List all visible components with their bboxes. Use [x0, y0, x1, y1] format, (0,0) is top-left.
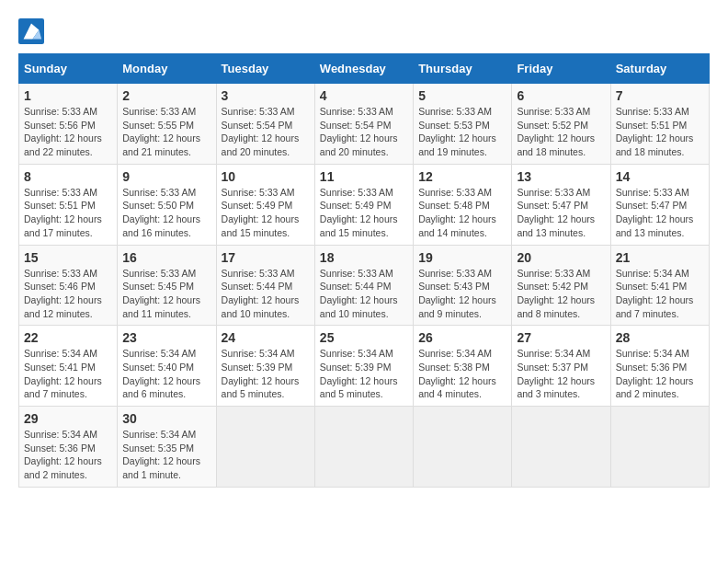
day-detail: Sunrise: 5:34 AM Sunset: 5:39 PM Dayligh… [320, 347, 408, 401]
day-detail: Sunrise: 5:34 AM Sunset: 5:36 PM Dayligh… [24, 428, 112, 482]
day-detail: Sunrise: 5:33 AM Sunset: 5:47 PM Dayligh… [616, 186, 704, 240]
weekday-header-row: SundayMondayTuesdayWednesdayThursdayFrid… [19, 54, 710, 84]
day-number: 23 [122, 330, 210, 345]
calendar-row: 15Sunrise: 5:33 AM Sunset: 5:46 PM Dayli… [19, 245, 710, 326]
day-detail: Sunrise: 5:33 AM Sunset: 5:49 PM Dayligh… [320, 186, 408, 240]
day-number: 26 [418, 330, 506, 345]
weekday-header: Wednesday [314, 54, 413, 84]
day-detail: Sunrise: 5:33 AM Sunset: 5:50 PM Dayligh… [122, 186, 210, 240]
day-number: 13 [517, 169, 605, 184]
day-detail: Sunrise: 5:33 AM Sunset: 5:47 PM Dayligh… [517, 186, 605, 240]
weekday-header: Thursday [414, 54, 512, 84]
day-detail: Sunrise: 5:34 AM Sunset: 5:40 PM Dayligh… [122, 347, 210, 401]
empty-cell [216, 407, 314, 488]
day-detail: Sunrise: 5:33 AM Sunset: 5:54 PM Dayligh… [320, 105, 408, 159]
calendar-day: 3Sunrise: 5:33 AM Sunset: 5:54 PM Daylig… [216, 84, 314, 165]
day-number: 9 [122, 169, 210, 184]
day-detail: Sunrise: 5:33 AM Sunset: 5:46 PM Dayligh… [24, 267, 112, 321]
day-number: 24 [222, 330, 310, 345]
calendar-row: 29Sunrise: 5:34 AM Sunset: 5:36 PM Dayli… [19, 407, 710, 488]
day-detail: Sunrise: 5:33 AM Sunset: 5:44 PM Dayligh… [222, 267, 310, 321]
day-number: 4 [320, 88, 408, 103]
day-detail: Sunrise: 5:33 AM Sunset: 5:48 PM Dayligh… [418, 186, 506, 240]
logo [18, 18, 46, 44]
day-detail: Sunrise: 5:33 AM Sunset: 5:51 PM Dayligh… [24, 186, 112, 240]
calendar-day: 28Sunrise: 5:34 AM Sunset: 5:36 PM Dayli… [610, 326, 709, 407]
calendar-day: 21Sunrise: 5:34 AM Sunset: 5:41 PM Dayli… [610, 245, 709, 326]
day-number: 3 [222, 88, 310, 103]
weekday-header: Friday [512, 54, 610, 84]
day-number: 18 [320, 250, 408, 265]
day-number: 10 [222, 169, 310, 184]
day-number: 28 [616, 330, 704, 345]
day-number: 21 [616, 250, 704, 265]
empty-cell [414, 407, 512, 488]
day-number: 15 [24, 250, 112, 265]
day-number: 1 [24, 88, 112, 103]
calendar-day: 6Sunrise: 5:33 AM Sunset: 5:52 PM Daylig… [512, 84, 610, 165]
day-number: 5 [418, 88, 506, 103]
calendar-row: 1Sunrise: 5:33 AM Sunset: 5:56 PM Daylig… [19, 84, 710, 165]
calendar-day: 11Sunrise: 5:33 AM Sunset: 5:49 PM Dayli… [314, 164, 413, 245]
calendar-day: 12Sunrise: 5:33 AM Sunset: 5:48 PM Dayli… [414, 164, 512, 245]
calendar-day: 20Sunrise: 5:33 AM Sunset: 5:42 PM Dayli… [512, 245, 610, 326]
day-number: 30 [122, 411, 210, 426]
day-number: 29 [24, 411, 112, 426]
calendar-row: 8Sunrise: 5:33 AM Sunset: 5:51 PM Daylig… [19, 164, 710, 245]
calendar-table: SundayMondayTuesdayWednesdayThursdayFrid… [18, 53, 710, 488]
day-number: 19 [418, 250, 506, 265]
calendar-day: 29Sunrise: 5:34 AM Sunset: 5:36 PM Dayli… [19, 407, 118, 488]
calendar-day: 7Sunrise: 5:33 AM Sunset: 5:51 PM Daylig… [610, 84, 709, 165]
day-number: 8 [24, 169, 112, 184]
day-number: 17 [222, 250, 310, 265]
day-number: 12 [418, 169, 506, 184]
day-detail: Sunrise: 5:33 AM Sunset: 5:43 PM Dayligh… [418, 267, 506, 321]
calendar-day: 13Sunrise: 5:33 AM Sunset: 5:47 PM Dayli… [512, 164, 610, 245]
calendar-day: 5Sunrise: 5:33 AM Sunset: 5:53 PM Daylig… [414, 84, 512, 165]
day-number: 6 [517, 88, 605, 103]
calendar-day: 30Sunrise: 5:34 AM Sunset: 5:35 PM Dayli… [118, 407, 216, 488]
day-detail: Sunrise: 5:33 AM Sunset: 5:55 PM Dayligh… [122, 105, 210, 159]
empty-cell [610, 407, 709, 488]
day-number: 20 [517, 250, 605, 265]
day-detail: Sunrise: 5:33 AM Sunset: 5:51 PM Dayligh… [616, 105, 704, 159]
calendar-day: 18Sunrise: 5:33 AM Sunset: 5:44 PM Dayli… [314, 245, 413, 326]
day-number: 27 [517, 330, 605, 345]
day-detail: Sunrise: 5:34 AM Sunset: 5:37 PM Dayligh… [517, 347, 605, 401]
weekday-header: Tuesday [216, 54, 314, 84]
day-detail: Sunrise: 5:33 AM Sunset: 5:56 PM Dayligh… [24, 105, 112, 159]
empty-cell [314, 407, 413, 488]
day-number: 16 [122, 250, 210, 265]
empty-cell [512, 407, 610, 488]
calendar-day: 14Sunrise: 5:33 AM Sunset: 5:47 PM Dayli… [610, 164, 709, 245]
calendar-day: 22Sunrise: 5:34 AM Sunset: 5:41 PM Dayli… [19, 326, 118, 407]
calendar-day: 10Sunrise: 5:33 AM Sunset: 5:49 PM Dayli… [216, 164, 314, 245]
day-detail: Sunrise: 5:34 AM Sunset: 5:41 PM Dayligh… [24, 347, 112, 401]
calendar-day: 25Sunrise: 5:34 AM Sunset: 5:39 PM Dayli… [314, 326, 413, 407]
day-detail: Sunrise: 5:34 AM Sunset: 5:35 PM Dayligh… [122, 428, 210, 482]
calendar-day: 2Sunrise: 5:33 AM Sunset: 5:55 PM Daylig… [118, 84, 216, 165]
calendar-day: 27Sunrise: 5:34 AM Sunset: 5:37 PM Dayli… [512, 326, 610, 407]
calendar-day: 16Sunrise: 5:33 AM Sunset: 5:45 PM Dayli… [118, 245, 216, 326]
weekday-header: Saturday [610, 54, 709, 84]
calendar-day: 4Sunrise: 5:33 AM Sunset: 5:54 PM Daylig… [314, 84, 413, 165]
day-detail: Sunrise: 5:33 AM Sunset: 5:49 PM Dayligh… [222, 186, 310, 240]
calendar-day: 9Sunrise: 5:33 AM Sunset: 5:50 PM Daylig… [118, 164, 216, 245]
weekday-header: Sunday [19, 54, 118, 84]
day-detail: Sunrise: 5:33 AM Sunset: 5:53 PM Dayligh… [418, 105, 506, 159]
day-detail: Sunrise: 5:34 AM Sunset: 5:39 PM Dayligh… [222, 347, 310, 401]
day-number: 14 [616, 169, 704, 184]
day-detail: Sunrise: 5:33 AM Sunset: 5:42 PM Dayligh… [517, 267, 605, 321]
calendar-day: 26Sunrise: 5:34 AM Sunset: 5:38 PM Dayli… [414, 326, 512, 407]
calendar-day: 1Sunrise: 5:33 AM Sunset: 5:56 PM Daylig… [19, 84, 118, 165]
day-number: 25 [320, 330, 408, 345]
weekday-header: Monday [118, 54, 216, 84]
calendar-day: 8Sunrise: 5:33 AM Sunset: 5:51 PM Daylig… [19, 164, 118, 245]
calendar-day: 23Sunrise: 5:34 AM Sunset: 5:40 PM Dayli… [118, 326, 216, 407]
day-detail: Sunrise: 5:34 AM Sunset: 5:38 PM Dayligh… [418, 347, 506, 401]
logo-icon [18, 18, 44, 44]
day-number: 22 [24, 330, 112, 345]
calendar-day: 19Sunrise: 5:33 AM Sunset: 5:43 PM Dayli… [414, 245, 512, 326]
calendar-day: 17Sunrise: 5:33 AM Sunset: 5:44 PM Dayli… [216, 245, 314, 326]
day-detail: Sunrise: 5:33 AM Sunset: 5:54 PM Dayligh… [222, 105, 310, 159]
